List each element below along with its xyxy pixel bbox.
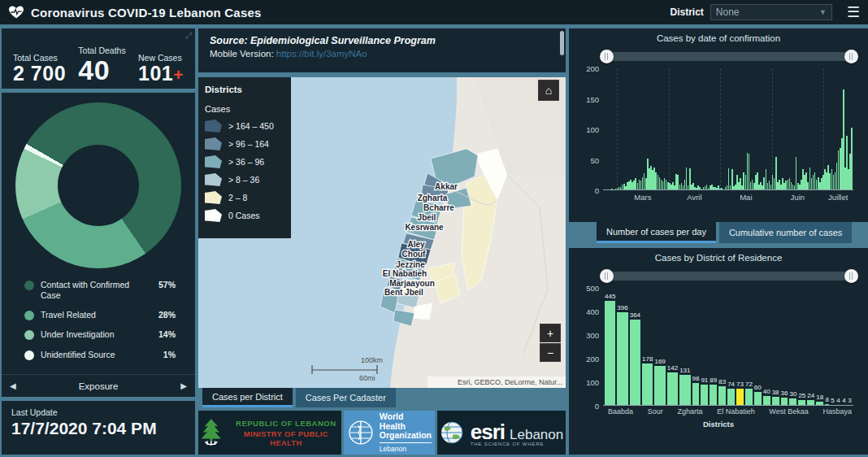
bar-group[interactable]: 131: [679, 367, 690, 406]
map-legend-rows: > 164 – 450 > 96 – 164 > 36 – 96 > 8 – 3…: [205, 120, 284, 222]
bar[interactable]: [754, 392, 762, 406]
bar-group[interactable]: 89: [710, 376, 717, 406]
bar-group[interactable]: 72: [745, 381, 753, 406]
bar[interactable]: [701, 385, 708, 406]
who-logo: World Health Organization Lebanon: [344, 411, 435, 455]
mobile-version-link[interactable]: https://bit.ly/3amyNAo: [276, 49, 367, 59]
map-attribution: Esri, GEBCO, DeLorme, Natur...: [458, 378, 562, 386]
legend-item[interactable]: Contact with Confirmed Case 57%: [24, 280, 187, 301]
cases-by-date-panel: Cases by date of confirmation 2001501005…: [569, 28, 868, 222]
bar[interactable]: [667, 372, 678, 406]
y-tick-label: 150: [586, 94, 599, 103]
bar-value-label: 5: [831, 397, 834, 404]
bar-group[interactable]: 73: [736, 381, 744, 406]
tab-cumulative-cases[interactable]: Cumulative number of cases: [719, 222, 852, 243]
bar-group[interactable]: 36: [781, 390, 788, 406]
bar[interactable]: [692, 383, 700, 406]
legend-label: 0 Cases: [228, 211, 260, 220]
tab-cases-per-district[interactable]: Cases per District: [202, 388, 293, 407]
bar[interactable]: [736, 389, 744, 406]
bar-group[interactable]: 38: [772, 389, 779, 406]
tab-cases-per-day[interactable]: Number of cases per day: [597, 222, 716, 243]
x-axis-line: [603, 405, 853, 406]
map-label: Bcharre: [423, 203, 454, 212]
bar-group[interactable]: 98: [692, 375, 700, 406]
map-label: Jezzine: [396, 260, 425, 269]
bar-group[interactable]: 24: [807, 392, 814, 406]
next-arrow-icon[interactable]: ▶: [180, 381, 187, 390]
bar[interactable]: [605, 301, 615, 406]
bar-group[interactable]: 18: [816, 394, 823, 406]
mobile-version-line: Mobile Version: https://bit.ly/3amyNAo: [210, 49, 554, 59]
menu-icon[interactable]: ☰: [847, 5, 860, 20]
who-divider: [380, 442, 432, 443]
x-tick-label: Baabda: [608, 407, 633, 416]
cases-by-district-plot: 5004003002001000 44539636417816914213198…: [603, 288, 853, 406]
bar-group[interactable]: 25: [798, 392, 805, 406]
map-canvas[interactable]: Akkar Zgharta Bcharre Jbeil Kesrwane Ale…: [198, 77, 566, 388]
bar[interactable]: [642, 363, 653, 406]
bar-group[interactable]: 83: [718, 378, 726, 406]
bar-value-label: 131: [679, 367, 690, 374]
bar-group[interactable]: 142: [667, 364, 678, 406]
legend-item[interactable]: Unidentified Source 1%: [24, 350, 187, 360]
slider-handle-left[interactable]: [600, 269, 614, 283]
x-axis-title: Districts: [577, 420, 860, 429]
map-legend-item: > 36 – 96: [205, 155, 284, 168]
middle-column: Source: Epidemiological Surveillance Pro…: [198, 28, 566, 455]
bar-value-label: 74: [727, 381, 735, 388]
bar-group[interactable]: 364: [630, 311, 640, 406]
bar[interactable]: [654, 366, 665, 406]
bar-value-label: 3: [848, 397, 851, 404]
bar[interactable]: [630, 320, 640, 406]
bar-group[interactable]: 30: [789, 390, 796, 406]
bar-group[interactable]: 60: [754, 384, 762, 406]
new-cases-stat: New Cases 101+: [138, 53, 184, 84]
bar-group[interactable]: 91: [701, 376, 708, 406]
bar-value-label: 4: [842, 397, 845, 404]
zoom-in-icon[interactable]: +: [540, 324, 561, 342]
home-icon[interactable]: ⌂: [538, 80, 559, 101]
slider-handle-right[interactable]: [844, 50, 858, 63]
bar[interactable]: [718, 386, 726, 406]
x-tick-label: Juillet: [828, 193, 848, 202]
bar[interactable]: [727, 389, 735, 406]
bar-group[interactable]: 74: [727, 381, 735, 406]
last-update-value: 17/7/2020 7:04 PM: [11, 419, 185, 438]
bar-group[interactable]: 40: [763, 388, 770, 406]
bar-value-label: 396: [617, 304, 627, 311]
slider-handle-left[interactable]: [600, 50, 614, 63]
district-dropdown[interactable]: None ▼: [710, 4, 832, 20]
bar[interactable]: [617, 312, 627, 406]
exposure-donut-chart[interactable]: [15, 102, 181, 268]
prev-arrow-icon[interactable]: ◀: [10, 381, 16, 390]
bar[interactable]: [851, 128, 853, 190]
slider-handle-right[interactable]: [844, 269, 858, 283]
legend-item[interactable]: Travel Related 28%: [24, 310, 187, 320]
bar[interactable]: [679, 375, 690, 406]
scale-mi-label: 60mi: [359, 374, 375, 382]
bar-value-label: 4: [836, 397, 840, 404]
source-panel: Source: Epidemiological Surveillance Pro…: [198, 28, 566, 72]
tab-cases-per-cadaster[interactable]: Cases Per Cadaster: [296, 388, 396, 407]
expand-icon[interactable]: ⤢: [185, 31, 192, 41]
map-legend-item: 0 Cases: [205, 209, 284, 222]
bar-group[interactable]: 396: [617, 304, 627, 406]
y-tick-label: 200: [586, 64, 599, 73]
bar[interactable]: [710, 385, 717, 406]
y-tick-label: 400: [586, 307, 599, 316]
slider-track[interactable]: [603, 52, 855, 61]
source-text: Source: Epidemiological Surveillance Pro…: [210, 35, 554, 46]
legend-item[interactable]: Under Investigation 14%: [24, 329, 187, 340]
slider-track[interactable]: [603, 272, 855, 281]
bar[interactable]: [745, 389, 753, 406]
bar-value-label: 72: [745, 381, 753, 388]
exposure-panel: Contact with Confirmed Case 57% Travel R…: [2, 93, 195, 397]
map-label: Bent Jbeil: [384, 288, 423, 297]
scrollbar[interactable]: [560, 31, 564, 55]
bar-group[interactable]: 178: [642, 355, 653, 406]
zoom-out-icon[interactable]: −: [540, 343, 561, 362]
map-legend-title: Districts: [205, 85, 284, 94]
bar-group[interactable]: 169: [654, 358, 665, 406]
bar-group[interactable]: 445: [605, 293, 615, 406]
